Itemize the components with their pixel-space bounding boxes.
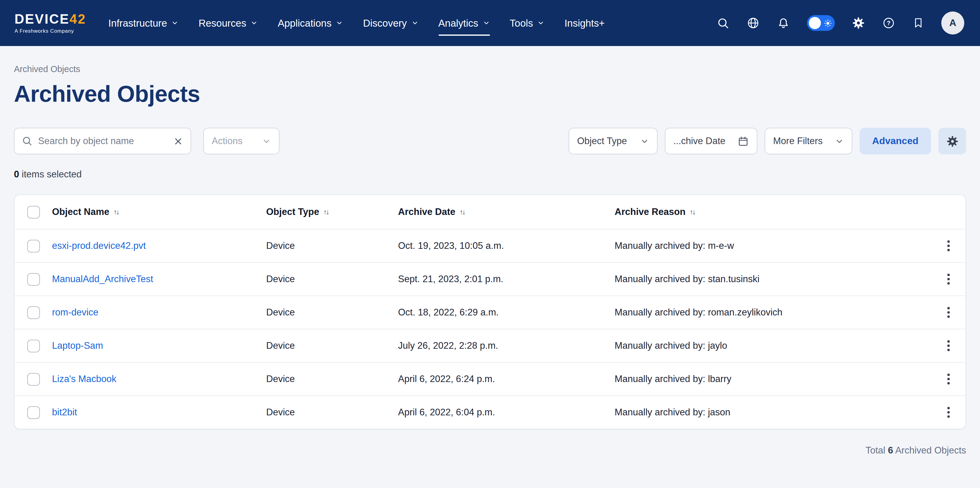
gear-icon [852, 16, 865, 30]
gear-icon [946, 135, 959, 147]
chevron-down-icon [262, 137, 271, 146]
object-name-link[interactable]: Laptop-Sam [52, 340, 103, 351]
column-label: Archive Date [398, 206, 455, 217]
object-type-cell: Device [266, 373, 398, 384]
bookmarks-button[interactable] [912, 17, 924, 29]
actions-label: Actions [212, 136, 243, 147]
row-checkbox[interactable] [27, 239, 40, 252]
more-filters-label: More Filters [773, 136, 823, 147]
row-checkbox[interactable] [27, 273, 40, 285]
row-checkbox[interactable] [27, 306, 40, 319]
object-name-link[interactable]: Liza's Macbook [52, 373, 116, 384]
logo-subtitle: A Freshworks Company [14, 27, 92, 33]
actions-dropdown[interactable]: Actions [203, 128, 280, 155]
row-menu-kebab-icon[interactable] [944, 404, 953, 421]
archive-reason-cell: Manually archived by: jason [615, 407, 932, 418]
chevron-down-icon [537, 19, 544, 27]
nav-item-infrastructure[interactable]: Infrastructure [108, 17, 178, 29]
sort-icon: ↑↓ [323, 208, 328, 215]
user-avatar[interactable]: A [941, 11, 964, 35]
chevron-down-icon [250, 19, 258, 27]
logo-wordmark: DEVICE42 [14, 13, 92, 26]
table-settings-button[interactable] [938, 128, 966, 155]
object-name-link[interactable]: rom-device [52, 307, 98, 318]
theme-toggle[interactable] [807, 15, 835, 31]
selection-count: 0 [14, 169, 19, 179]
chevron-down-icon [336, 19, 343, 27]
bookmark-icon [912, 17, 924, 29]
nav-item-insights[interactable]: Insights+ [565, 17, 605, 29]
search-icon [22, 136, 33, 147]
search-input[interactable] [38, 136, 167, 147]
help-icon: ? [882, 16, 895, 30]
row-menu-kebab-icon[interactable] [944, 337, 953, 354]
device42-logo[interactable]: DEVICE42 A Freshworks Company [14, 13, 92, 33]
row-menu-kebab-icon[interactable] [944, 271, 953, 288]
nav-item-label: Infrastructure [108, 17, 167, 29]
object-name-link[interactable]: esxi-prod.device42.pvt [52, 240, 146, 251]
settings-button[interactable] [852, 16, 865, 30]
nav-item-label: Tools [510, 17, 533, 29]
breadcrumb: Archived Objects [14, 64, 966, 74]
table-row: ManualAdd_ArchiveTest Device Sept. 21, 2… [14, 262, 966, 295]
nav-item-resources[interactable]: Resources [199, 17, 258, 29]
table-row: bit2bit Device April 6, 2022, 6:04 p.m. … [14, 396, 966, 429]
column-header-archive-reason[interactable]: Archive Reason ↑↓ [615, 206, 695, 217]
table-row: Liza's Macbook Device April 6, 2022, 6:2… [14, 362, 966, 396]
column-header-object-type[interactable]: Object Type ↑↓ [266, 206, 328, 217]
nav-item-label: Applications [278, 17, 331, 29]
archive-date-cell: July 26, 2022, 2:28 p.m. [398, 340, 615, 351]
language-globe-button[interactable] [746, 16, 760, 30]
row-checkbox[interactable] [27, 406, 40, 419]
archive-reason-cell: Manually archived by: m-e-w [615, 240, 932, 251]
object-type-cell: Device [266, 340, 398, 351]
globe-icon [746, 16, 760, 30]
page-content: Archived Objects Archived Objects Action… [0, 64, 980, 456]
nav-item-label: Discovery [363, 17, 407, 29]
select-all-checkbox[interactable] [27, 206, 40, 218]
chevron-down-icon [835, 137, 844, 146]
archive-date-label: ...chive Date [673, 136, 725, 147]
nav-item-analytics[interactable]: Analytics [438, 17, 490, 29]
nav-item-tools[interactable]: Tools [510, 17, 544, 29]
column-label: Object Type [266, 206, 319, 217]
top-navbar: DEVICE42 A Freshworks Company Infrastruc… [0, 0, 980, 46]
object-type-cell: Device [266, 274, 398, 285]
archive-date-cell: April 6, 2022, 6:24 p.m. [398, 373, 615, 384]
clear-search-button[interactable] [173, 136, 183, 146]
object-name-link[interactable]: ManualAdd_ArchiveTest [52, 274, 153, 285]
column-header-archive-date[interactable]: Archive Date ↑↓ [398, 206, 465, 217]
sun-icon [824, 19, 832, 27]
total-number: 6 [888, 445, 893, 455]
object-type-cell: Device [266, 240, 398, 251]
archive-reason-cell: Manually archived by: stan.tusinski [615, 274, 932, 285]
column-header-object-name[interactable]: Object Name ↑↓ [52, 206, 119, 217]
object-name-link[interactable]: bit2bit [52, 407, 77, 418]
object-type-cell: Device [266, 407, 398, 418]
row-menu-kebab-icon[interactable] [944, 238, 953, 254]
chevron-down-icon [411, 19, 418, 27]
toolbar: Actions Object Type ...chive Date More F… [14, 128, 966, 155]
calendar-icon [737, 135, 749, 147]
notifications-button[interactable] [777, 16, 790, 30]
sort-icon: ↑↓ [114, 208, 119, 215]
table-row: esxi-prod.device42.pvt Device Oct. 19, 2… [14, 229, 966, 262]
nav-item-applications[interactable]: Applications [278, 17, 343, 29]
column-label: Archive Reason [615, 206, 686, 217]
object-type-dropdown[interactable]: Object Type [569, 128, 657, 155]
row-menu-kebab-icon[interactable] [944, 370, 953, 388]
nav-item-discovery[interactable]: Discovery [363, 17, 418, 29]
help-button[interactable]: ? [882, 16, 895, 30]
archive-reason-cell: Manually archived by: jaylo [615, 340, 932, 351]
more-filters-dropdown[interactable]: More Filters [765, 128, 852, 155]
row-menu-kebab-icon[interactable] [944, 304, 953, 321]
navbar-search-button[interactable] [717, 17, 730, 29]
row-checkbox[interactable] [27, 340, 40, 352]
logo-text-device: DEVICE [14, 11, 70, 26]
row-checkbox[interactable] [27, 373, 40, 385]
archive-date-filter[interactable]: ...chive Date [665, 128, 757, 155]
nav-item-label: Analytics [438, 17, 478, 29]
advanced-button[interactable]: Advanced [860, 128, 931, 155]
table-row: Laptop-Sam Device July 26, 2022, 2:28 p.… [14, 329, 966, 362]
sort-icon: ↑↓ [690, 208, 695, 215]
